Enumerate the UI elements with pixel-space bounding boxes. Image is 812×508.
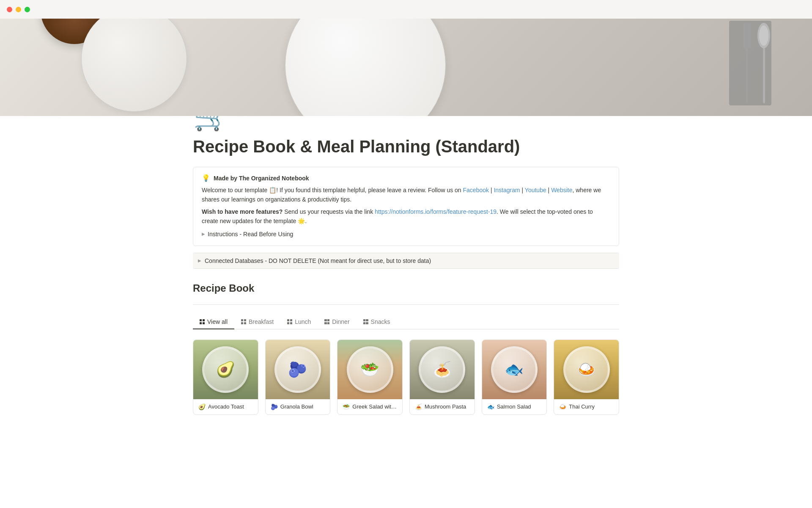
spoon-icon bbox=[757, 23, 771, 103]
food-emoji: 🫐 bbox=[274, 346, 321, 393]
utensils-decoration bbox=[741, 23, 771, 103]
recipe-card-footer: 🥑Avocado Toast bbox=[193, 399, 258, 414]
hero-banner bbox=[0, 19, 812, 116]
toggle-arrow-icon: ▶ bbox=[202, 231, 205, 237]
recipe-card-footer: 🍝Mushroom Pasta bbox=[410, 399, 475, 414]
tab-label: Dinner bbox=[332, 318, 349, 325]
recipe-card-image: 🫐 bbox=[266, 340, 330, 399]
recipe-card-footer: 🫐Granola Bowl bbox=[266, 399, 330, 414]
recipe-card-emoji: 🐟 bbox=[487, 403, 494, 410]
callout-body: Welcome to our template 📋! If you found … bbox=[202, 185, 610, 239]
connected-db-toggle[interactable]: ▶ Connected Databases - DO NOT DELETE (N… bbox=[193, 253, 619, 269]
recipe-card-emoji: 🥗 bbox=[343, 403, 350, 410]
grid-icon bbox=[287, 319, 292, 324]
titlebar bbox=[0, 0, 812, 19]
recipe-card-title: Salmon Salad bbox=[497, 403, 531, 410]
food-emoji: 🍝 bbox=[419, 346, 465, 393]
recipe-card-footer: 🥗Greek Salad with Chicken bbox=[337, 399, 402, 414]
recipe-card[interactable]: 🫐🫐Granola Bowl bbox=[265, 340, 331, 415]
recipe-card[interactable]: 🍛🍛Thai Curry bbox=[554, 340, 619, 415]
recipe-card-emoji: 🥑 bbox=[198, 403, 206, 410]
recipe-card-title: Granola Bowl bbox=[280, 403, 313, 410]
website-link[interactable]: Website bbox=[551, 187, 572, 193]
callout-line1: Welcome to our template 📋! If you found … bbox=[202, 185, 610, 204]
svg-point-7 bbox=[759, 25, 768, 46]
recipe-book-title: Recipe Book bbox=[193, 282, 619, 294]
recipe-card[interactable]: 🥗🥗Greek Salad with Chicken bbox=[337, 340, 403, 415]
svg-rect-1 bbox=[743, 23, 744, 48]
recipe-card[interactable]: 🐟🐟Salmon Salad bbox=[482, 340, 547, 415]
recipe-card-image: 🍛 bbox=[554, 340, 619, 399]
callout-line2: Wish to have more features? Send us your… bbox=[202, 207, 610, 226]
recipe-card-image: 🥗 bbox=[337, 340, 402, 399]
recipe-grid: 🥑🥑Avocado Toast🫐🫐Granola Bowl🥗🥗Greek Sal… bbox=[193, 340, 619, 415]
svg-rect-0 bbox=[746, 23, 748, 103]
callout-header: 💡 Made by The Organized Notebook bbox=[202, 174, 610, 182]
recipe-book-section: Recipe Book View allBreakfastLunchDinner… bbox=[193, 282, 619, 415]
grid-icon bbox=[200, 319, 205, 324]
recipe-card-title: Avocado Toast bbox=[208, 403, 244, 410]
food-emoji: 🥗 bbox=[347, 346, 393, 393]
tab-breakfast[interactable]: Breakfast bbox=[234, 315, 280, 329]
tab-lunch[interactable]: Lunch bbox=[280, 315, 318, 329]
tabs-bar: View allBreakfastLunchDinnerSnacks bbox=[193, 315, 619, 329]
tab-dinner[interactable]: Dinner bbox=[318, 315, 356, 329]
grid-icon bbox=[324, 319, 329, 324]
section-separator bbox=[193, 304, 619, 305]
food-emoji: 🥑 bbox=[202, 346, 249, 393]
recipe-card-title: Thai Curry bbox=[569, 403, 595, 410]
minimize-button[interactable] bbox=[16, 7, 21, 12]
recipe-card-image: 🍝 bbox=[410, 340, 475, 399]
tab-label: Lunch bbox=[295, 318, 311, 325]
recipe-card-footer: 🍛Thai Curry bbox=[554, 399, 619, 414]
page-title: Recipe Book & Meal Planning (Standard) bbox=[193, 136, 619, 157]
recipe-card-image: 🥑 bbox=[193, 340, 258, 399]
tab-label: View all bbox=[207, 318, 228, 325]
recipe-card-title: Mushroom Pasta bbox=[425, 403, 466, 410]
food-emoji: 🐟 bbox=[491, 346, 538, 393]
svg-rect-2 bbox=[749, 23, 751, 48]
callout-author: Made by The Organized Notebook bbox=[214, 175, 309, 182]
connected-db-arrow-icon: ▶ bbox=[198, 258, 201, 263]
recipe-card-emoji: 🍝 bbox=[415, 403, 422, 410]
instructions-toggle[interactable]: ▶ Instructions - Read Before Using bbox=[202, 229, 610, 239]
recipe-card[interactable]: 🍝🍝Mushroom Pasta bbox=[409, 340, 475, 415]
close-button[interactable] bbox=[7, 7, 12, 12]
recipe-card-footer: 🐟Salmon Salad bbox=[482, 399, 547, 414]
facebook-link[interactable]: Facebook bbox=[463, 187, 489, 193]
callout-box: 💡 Made by The Organized Notebook Welcome… bbox=[193, 167, 619, 246]
callout-icon: 💡 bbox=[202, 174, 210, 182]
grid-icon bbox=[363, 319, 368, 324]
youtube-link[interactable]: Youtube bbox=[525, 187, 546, 193]
tab-snacks[interactable]: Snacks bbox=[357, 315, 397, 329]
maximize-button[interactable] bbox=[25, 7, 30, 12]
recipe-card-title: Greek Salad with Chicken bbox=[352, 403, 397, 410]
food-emoji: 🍛 bbox=[563, 346, 610, 393]
instagram-link[interactable]: Instagram bbox=[494, 187, 520, 193]
plate-small-decoration bbox=[81, 19, 187, 112]
tab-label: Breakfast bbox=[249, 318, 274, 325]
svg-rect-4 bbox=[748, 23, 749, 48]
svg-rect-5 bbox=[763, 46, 765, 103]
recipe-card[interactable]: 🥑🥑Avocado Toast bbox=[193, 340, 258, 415]
feature-request-link[interactable]: https://notionforms.io/forms/feature-req… bbox=[375, 208, 497, 215]
recipe-card-emoji: 🍛 bbox=[559, 403, 566, 410]
page-content: 🛒 Recipe Book & Meal Planning (Standard)… bbox=[152, 99, 660, 415]
fork-icon bbox=[741, 23, 753, 103]
page-container: 🛒 Recipe Book & Meal Planning (Standard)… bbox=[0, 19, 812, 415]
grid-icon bbox=[241, 319, 246, 324]
svg-rect-3 bbox=[744, 23, 746, 48]
tab-view-all[interactable]: View all bbox=[193, 315, 234, 329]
tab-label: Snacks bbox=[371, 318, 390, 325]
recipe-card-image: 🐟 bbox=[482, 340, 547, 399]
recipe-card-emoji: 🫐 bbox=[271, 403, 278, 410]
plate-large-decoration bbox=[285, 19, 446, 116]
